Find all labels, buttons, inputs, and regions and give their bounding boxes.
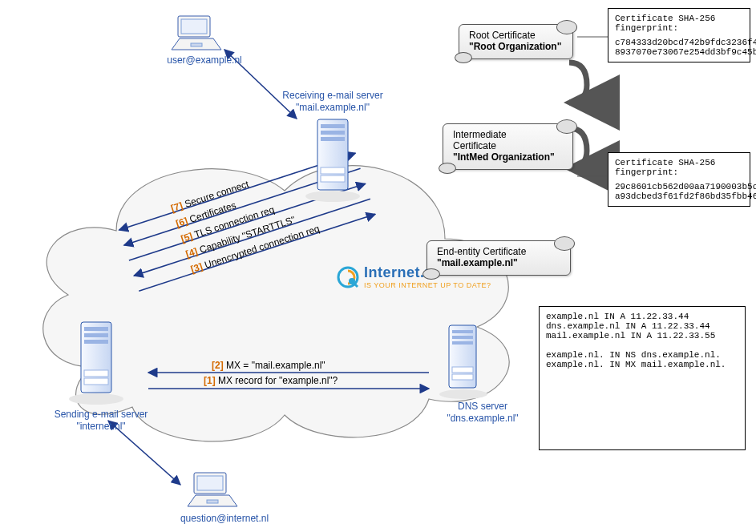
dns-server xyxy=(431,322,495,405)
sending-server xyxy=(60,319,132,409)
svg-rect-24 xyxy=(452,336,473,339)
sending-server-host: "internet.nl" xyxy=(76,421,125,432)
step-1-text: MX record for "example.nl"? xyxy=(216,375,338,386)
svg-rect-16 xyxy=(321,124,345,128)
svg-rect-19 xyxy=(321,167,345,174)
svg-rect-39 xyxy=(207,500,218,503)
svg-rect-37 xyxy=(197,476,223,490)
cert-root-scroll: Root Certificate "Root Organization" xyxy=(459,24,573,59)
server-icon xyxy=(297,116,369,204)
question-label: question@internet.nl xyxy=(168,513,281,525)
svg-rect-25 xyxy=(452,341,473,345)
server-icon xyxy=(431,322,495,402)
fingerprint-end-box: Certificate SHA-256 fingerprint: 29c8601… xyxy=(608,152,750,207)
svg-rect-18 xyxy=(321,137,345,141)
dns-server-label: DNS server "dns.example.nl" xyxy=(435,401,531,425)
step-1: [1] MX record for "example.nl"? xyxy=(204,375,338,386)
user-laptop xyxy=(168,14,265,55)
svg-rect-14 xyxy=(191,43,202,46)
svg-point-28 xyxy=(439,389,487,399)
sending-server-label: Sending e-mail server "internet.nl" xyxy=(45,409,157,433)
cert-root-line1: Root Certificate xyxy=(469,30,564,41)
svg-rect-23 xyxy=(452,330,473,333)
fingerprint-header-2: Certificate SHA-256 fingerprint: xyxy=(615,158,743,177)
fingerprint-root-box: Certificate SHA-256 fingerprint: c784333… xyxy=(608,8,750,62)
cert-int-line2: "IntMed Organization" xyxy=(453,151,564,163)
svg-rect-12 xyxy=(181,19,207,34)
step-2-text: MX = "mail.example.nl" xyxy=(224,360,325,371)
dns-records-box: example.nl IN A 11.22.33.44 dns.example.… xyxy=(539,306,746,450)
svg-rect-30 xyxy=(84,327,108,331)
step-2: [2] MX = "mail.example.nl" xyxy=(212,360,325,371)
svg-rect-32 xyxy=(84,340,108,344)
svg-rect-27 xyxy=(452,374,473,380)
svg-rect-17 xyxy=(321,131,345,135)
step-1-num: [1] xyxy=(204,375,216,386)
logo-line2: IS YOUR INTERNET UP TO DATE? xyxy=(364,281,491,289)
cert-end-line2: "mail.example.nl" xyxy=(437,257,562,268)
fingerprint-end: 29c8601cb562d00aa7190003b5c17e61 a93dcbe… xyxy=(615,182,743,201)
svg-rect-34 xyxy=(84,378,108,385)
svg-rect-26 xyxy=(452,367,473,373)
cert-intermediate-scroll: Intermediate Certificate "IntMed Organiz… xyxy=(443,123,573,170)
cert-end-scroll: End-entity Certificate "mail.example.nl" xyxy=(427,240,571,276)
svg-point-35 xyxy=(69,393,123,405)
svg-rect-31 xyxy=(84,333,108,337)
receiving-server xyxy=(297,116,369,207)
receiving-server-host: "mail.example.nl" xyxy=(296,102,370,113)
svg-rect-33 xyxy=(84,370,108,377)
svg-point-41 xyxy=(349,278,355,284)
cert-int-line1: Intermediate xyxy=(453,129,564,140)
svg-line-42 xyxy=(354,284,358,287)
user-label: user@example.nl xyxy=(156,54,253,66)
logo-icon xyxy=(337,266,359,288)
cert-int-line1b: Certificate xyxy=(453,140,564,151)
laptop-icon xyxy=(184,471,241,510)
receiving-server-title: Receiving e-mail server xyxy=(282,90,382,101)
cert-end-line1: End-entity Certificate xyxy=(437,246,562,257)
sending-server-title: Sending e-mail server xyxy=(55,409,148,420)
receiving-server-label: Receiving e-mail server "mail.example.nl… xyxy=(261,90,405,114)
question-laptop xyxy=(184,471,241,512)
svg-rect-20 xyxy=(321,175,345,182)
dns-server-title: DNS server xyxy=(458,401,507,412)
fingerprint-root: c784333d20bcd742b9fdc3236f4e509b 8937070… xyxy=(615,38,743,57)
fingerprint-header-1: Certificate SHA-256 fingerprint: xyxy=(615,14,743,33)
laptop-icon xyxy=(168,14,224,53)
step-2-num: [2] xyxy=(212,360,224,371)
cert-root-line2: "Root Organization" xyxy=(469,41,564,52)
svg-point-21 xyxy=(305,191,360,202)
dns-server-host: "dns.example.nl" xyxy=(447,413,518,424)
server-icon xyxy=(60,319,132,407)
